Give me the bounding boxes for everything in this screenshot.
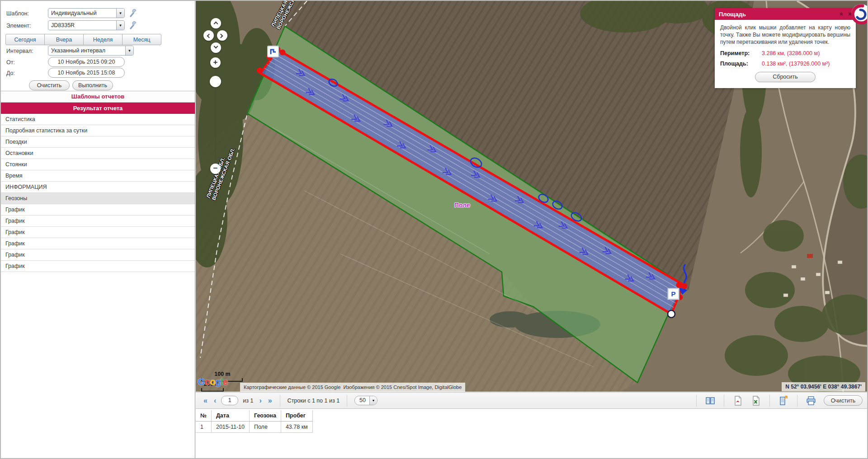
interval-label: Интервал:: [6, 48, 33, 54]
report-list-item[interactable]: Стоянки: [1, 159, 195, 170]
last-page-button[interactable]: »: [268, 397, 272, 405]
element-select-value: JD8335R: [48, 21, 116, 30]
template-select[interactable]: Индивидуальный ▼: [48, 8, 125, 18]
parking-marker[interactable]: P: [668, 288, 679, 300]
print-icon[interactable]: [806, 395, 816, 406]
report-list-item[interactable]: График: [1, 261, 195, 272]
report-list-item[interactable]: Статистика: [1, 114, 195, 125]
toolbar-separator: [347, 395, 347, 407]
table-cell: Поле: [249, 422, 281, 433]
tab-today[interactable]: Сегодня: [5, 34, 45, 45]
tab-week[interactable]: Неделя: [83, 34, 123, 45]
report-book-icon[interactable]: [705, 395, 716, 406]
period-tabs: Сегодня Вчера Неделя Месяц: [5, 34, 161, 45]
report-list-item[interactable]: График: [1, 249, 195, 261]
template-select-value: Индивидуальный: [48, 9, 116, 18]
wrench-icon[interactable]: [129, 21, 138, 30]
map-canvas[interactable]: ЛИПЕЦКАЯ О ВОРОНЕЖСКАЯ ЛИПЕЦКАЯ ОБЛ. ВОР…: [196, 1, 867, 392]
collapse-icon[interactable]: «: [838, 12, 845, 16]
from-label: От:: [6, 59, 15, 66]
pan-down-button[interactable]: [211, 42, 221, 53]
toolbar-separator: [724, 395, 724, 407]
zoom-slider-handle[interactable]: [210, 76, 221, 87]
from-date-input[interactable]: 10 Ноябрь 2015 09:20: [48, 57, 125, 67]
export-pdf-icon[interactable]: [732, 395, 743, 406]
chevron-up-icon: [214, 22, 218, 26]
area-popup-header[interactable]: Площадь « ×: [715, 8, 856, 20]
table-header-cell: Геозона: [249, 410, 281, 422]
report-list-item[interactable]: Подробная статистика за сутки: [1, 125, 195, 136]
clear-button[interactable]: Очистить: [29, 80, 70, 90]
area-popup-title: Площадь: [719, 11, 835, 18]
interval-select[interactable]: Указанный интервал ▼: [48, 46, 134, 56]
google-logo-letter: o: [204, 376, 210, 387]
next-page-button[interactable]: ›: [259, 397, 261, 405]
page-count-label: из 1: [243, 398, 253, 404]
table-header-row: №ДатаГеозонаПробег: [196, 410, 312, 422]
template-label: Шаблон:: [6, 10, 29, 17]
report-list-item[interactable]: Геозоны: [1, 193, 195, 204]
scale-imperial-bar: [201, 388, 224, 392]
element-select[interactable]: JD8335R ▼: [48, 20, 125, 30]
google-logo-letter: g: [215, 376, 221, 387]
app-logo-icon[interactable]: [850, 3, 867, 25]
map-attribution: Картографические данные © 2015 Google Из…: [240, 383, 465, 392]
pan-up-button[interactable]: [211, 18, 221, 28]
report-list-item[interactable]: График: [1, 215, 195, 227]
area-popup: Площадь « × Двойной клик мышки добавляет…: [715, 8, 856, 88]
page-number-input[interactable]: 1: [221, 396, 238, 405]
export-tools: Очистить: [692, 395, 863, 407]
report-list-item[interactable]: ИНФОРМАЦИЯ: [1, 182, 195, 193]
report-list-item[interactable]: Остановки: [1, 148, 195, 159]
table-clear-button[interactable]: Очистить: [824, 395, 863, 406]
first-page-button[interactable]: «: [203, 397, 208, 405]
to-date-input[interactable]: 10 Ноябрь 2015 15:08: [48, 68, 125, 78]
chevron-down-icon[interactable]: ▼: [116, 21, 124, 30]
copy-export-icon[interactable]: [778, 395, 789, 406]
chevron-down-icon[interactable]: ▼: [116, 9, 124, 18]
report-list-item[interactable]: График: [1, 204, 195, 215]
measure-vertex-handle[interactable]: [668, 310, 675, 318]
pan-right-button[interactable]: [217, 30, 227, 41]
table-header-cell: Пробег: [281, 410, 312, 422]
chevron-down-icon[interactable]: ▼: [125, 46, 133, 55]
interval-select-value: Указанный интервал: [48, 46, 125, 55]
google-logo-letter: G: [198, 376, 204, 387]
templates-section-header[interactable]: Шаблоны отчетов: [1, 91, 195, 103]
prev-page-button[interactable]: ‹: [214, 397, 216, 405]
google-logo[interactable]: Google: [198, 376, 227, 387]
chevron-down-icon: [214, 44, 218, 49]
page-size-value: 50: [355, 396, 369, 405]
zoom-out-button[interactable]: −: [210, 164, 221, 174]
report-list-item[interactable]: График: [1, 238, 195, 249]
table-header-cell: Дата: [211, 410, 249, 422]
results-table: №ДатаГеозонаПробег 12015-11-10Поле43.78 …: [196, 410, 313, 433]
perimeter-value: 3.286 км, (3286.000 м): [762, 50, 820, 56]
table-row[interactable]: 12015-11-10Поле43.78 км: [196, 422, 312, 433]
reset-button[interactable]: Сбросить: [755, 72, 816, 82]
toolbar-separator: [797, 395, 797, 407]
toolbar-separator: [696, 395, 697, 407]
report-list-item[interactable]: График: [1, 227, 195, 238]
wrench-icon[interactable]: [129, 9, 138, 18]
tab-month[interactable]: Месяц: [122, 34, 161, 45]
geofence-name-label: Поле: [454, 201, 470, 209]
report-list-item[interactable]: Время: [1, 170, 195, 182]
chevron-left-icon: [207, 34, 212, 38]
track-start-marker[interactable]: [268, 46, 278, 57]
table-cell: 1: [196, 422, 211, 433]
perimeter-label: Периметр:: [720, 50, 762, 56]
cursor-coordinates: N 52° 03.9456' E 038° 49.3867': [782, 382, 865, 391]
run-button[interactable]: Выполнить: [72, 80, 113, 90]
tab-yesterday[interactable]: Вчера: [44, 34, 84, 45]
export-excel-icon[interactable]: [750, 395, 761, 406]
report-list-item[interactable]: Поездки: [1, 136, 195, 148]
results-table-wrap: №ДатаГеозонаПробег 12015-11-10Поле43.78 …: [196, 410, 313, 433]
pan-left-button[interactable]: [203, 30, 214, 41]
page-size-select[interactable]: 50 ▼: [354, 396, 377, 405]
result-section-header[interactable]: Результат отчета: [1, 103, 195, 114]
report-list: СтатистикаПодробная статистика за суткиП…: [1, 114, 195, 272]
table-header-cell: №: [196, 410, 211, 422]
zoom-in-button[interactable]: +: [210, 57, 221, 68]
element-label: Элемент:: [6, 23, 31, 29]
